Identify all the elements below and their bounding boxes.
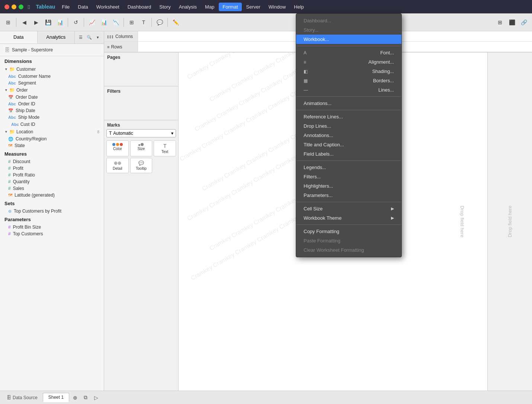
field-state[interactable]: 🗺 State <box>0 142 104 149</box>
left-scroll[interactable]: Dimensions ▼ 📁 Customer Abc Customer Nam… <box>0 56 104 391</box>
field-discount[interactable]: # Discount <box>0 158 104 165</box>
field-sales[interactable]: # Sales <box>0 185 104 192</box>
marks-size-button[interactable]: Size <box>130 140 153 156</box>
toolbar-forward-button[interactable]: ▶ <box>31 17 41 28</box>
menu-dashboard[interactable]: Dashboard <box>124 3 155 11</box>
menu-highlighters[interactable]: Highlighters... <box>296 181 401 191</box>
toolbar-add-datasource-button[interactable]: 📊 <box>55 17 65 28</box>
menu-data[interactable]: Data <box>74 3 92 11</box>
menu-copy-formatting[interactable]: Copy Formatting <box>296 227 401 236</box>
menu-shading[interactable]: ◧ Shading... <box>296 67 401 76</box>
menu-field-labels[interactable]: Field Labels... <box>296 149 401 159</box>
menu-font-label: Font... <box>380 50 394 55</box>
tab-data[interactable]: Data <box>0 31 38 44</box>
field-order-date[interactable]: 📅 Order Date <box>0 94 104 101</box>
field-top-customers-param[interactable]: # Top Customers <box>0 230 104 237</box>
tab-analytics[interactable]: Analytics <box>38 31 75 44</box>
right-drop-text: Drop field here <box>507 206 513 237</box>
customer-group[interactable]: ▼ 📁 Customer <box>0 66 104 73</box>
menu-server[interactable]: Server <box>243 3 264 11</box>
toolbar-chart-type-button[interactable]: 📈 <box>87 17 97 28</box>
menu-story[interactable]: Story <box>156 3 174 11</box>
menu-window[interactable]: Window <box>265 3 289 11</box>
toolbar-pen-button[interactable]: ✏️ <box>170 17 181 28</box>
field-quantity[interactable]: # Quantity <box>0 178 104 185</box>
color-dots <box>112 143 123 146</box>
marks-tooltip-button[interactable]: 💬 Tooltip <box>130 158 153 173</box>
field-ship-mode[interactable]: Abc Ship Mode <box>0 114 104 121</box>
add-sheet-button[interactable]: ⊕ <box>71 393 80 402</box>
menu-filters[interactable]: Filters... <box>296 172 401 181</box>
marks-type-dropdown[interactable]: T Automatic ▾ <box>106 129 176 137</box>
sheet-1-tab[interactable]: Sheet 1 <box>43 393 69 402</box>
close-button[interactable] <box>4 4 9 9</box>
field-profit-ratio[interactable]: # Profit Ratio <box>0 172 104 178</box>
menu-drop-lines[interactable]: Drop Lines... <box>296 121 401 131</box>
field-label: Top Customers <box>13 231 43 236</box>
menu-font[interactable]: A Font... <box>296 48 401 57</box>
menu-annotations[interactable]: Annotations... <box>296 131 401 140</box>
field-ship-date[interactable]: 📅 Ship Date <box>0 107 104 114</box>
menu-section-2: A Font... ≡ Alignment... ◧ Shading... ▦ … <box>296 47 401 95</box>
menu-lines[interactable]: — Lines... <box>296 85 401 95</box>
menu-help[interactable]: Help <box>290 3 308 11</box>
field-segment[interactable]: Abc Segment <box>0 80 104 86</box>
field-country-region[interactable]: 🌐 Country/Region <box>0 136 104 142</box>
field-customer-name[interactable]: Abc Customer Name <box>0 73 104 80</box>
chevron-down-icon[interactable]: ▾ <box>94 34 102 41</box>
menu-alignment[interactable]: ≡ Alignment... <box>296 57 401 67</box>
field-latitude[interactable]: 🗺 Latitude (generated) <box>0 192 104 198</box>
menu-legends[interactable]: Legends... <box>296 163 401 172</box>
location-group[interactable]: ▼ 📁 Location 8 <box>0 128 104 136</box>
alignment-icon: ≡ <box>304 60 310 65</box>
toolbar-present-button[interactable]: ⬛ <box>507 17 517 28</box>
toolbar-back-button[interactable]: ◀ <box>19 17 29 28</box>
field-top-customers[interactable]: ⊛ Top Customers by Profit <box>0 208 104 214</box>
pages-content[interactable] <box>107 61 175 84</box>
toolbar-chart2-button[interactable]: 📊 <box>99 17 109 28</box>
toolbar-tooltip-button[interactable]: 💬 <box>154 17 165 28</box>
toolbar-save-button[interactable]: 💾 <box>43 17 53 28</box>
field-profit-bin-size[interactable]: # Profit Bin Size <box>0 224 104 230</box>
marks-color-button[interactable]: Color <box>106 140 129 156</box>
toolbar-labels-button[interactable]: T <box>138 17 149 28</box>
menu-format[interactable]: Format <box>219 3 241 11</box>
marks-text-button[interactable]: T Text <box>154 140 176 156</box>
minimize-button[interactable] <box>12 4 16 9</box>
toolbar-grid2-button[interactable]: ⊞ <box>126 17 137 28</box>
menu-animations[interactable]: Animations... <box>296 99 401 108</box>
cust-id-field[interactable]: Abc Cust ID <box>0 121 104 128</box>
toolbar-sep-2 <box>68 18 68 27</box>
menu-file[interactable]: File <box>58 3 73 11</box>
menu-title-caption[interactable]: Title and Caption... <box>296 140 401 149</box>
field-order-id[interactable]: Abc Order ID <box>0 101 104 107</box>
menu-map[interactable]: Map <box>201 3 218 11</box>
menu-worksheet[interactable]: Worksheet <box>93 3 123 11</box>
menu-cell-size[interactable]: Cell Size ▶ <box>296 204 401 213</box>
toolbar-chart3-button[interactable]: 📉 <box>110 17 121 28</box>
filters-content[interactable] <box>107 95 175 118</box>
toolbar-share-button[interactable]: 🔗 <box>519 17 529 28</box>
menu-section-6: Cell Size ▶ Workbook Theme ▶ <box>296 203 401 223</box>
search-icon[interactable]: 🔍 <box>86 34 93 41</box>
menu-parameters[interactable]: Parameters... <box>296 191 401 200</box>
menu-reference-lines[interactable]: Reference Lines... <box>296 112 401 121</box>
field-profit[interactable]: # Profit <box>0 165 104 172</box>
menu-workbook[interactable]: Workbook... <box>296 35 401 44</box>
marks-detail-button[interactable]: ⊕⊕ Detail <box>106 158 129 173</box>
maximize-button[interactable] <box>19 4 23 9</box>
toolbar-view-button[interactable]: ⊞ <box>495 17 505 28</box>
order-group[interactable]: ▼ 📁 Order <box>0 86 104 94</box>
left-panel: Data Analytics ☰ 🔍 ▾ 🗄 Sample - Supersto… <box>0 31 104 391</box>
menu-borders[interactable]: ▦ Borders... <box>296 76 401 85</box>
marks-type-label: Automatic <box>113 131 133 136</box>
geo-icon: 🗺 <box>8 143 12 148</box>
present-button[interactable]: ▷ <box>92 393 100 402</box>
toolbar-undo-button[interactable]: ↺ <box>71 17 81 28</box>
toolbar-grid-icon[interactable]: ⊞ <box>3 17 13 28</box>
list-view-icon[interactable]: ☰ <box>77 34 84 41</box>
menu-workbook-theme[interactable]: Workbook Theme ▶ <box>296 213 401 223</box>
menu-analysis[interactable]: Analysis <box>175 3 201 11</box>
data-source-tab[interactable]: 🗄 Data Source <box>3 394 41 402</box>
duplicate-sheet-button[interactable]: ⧉ <box>81 393 90 402</box>
